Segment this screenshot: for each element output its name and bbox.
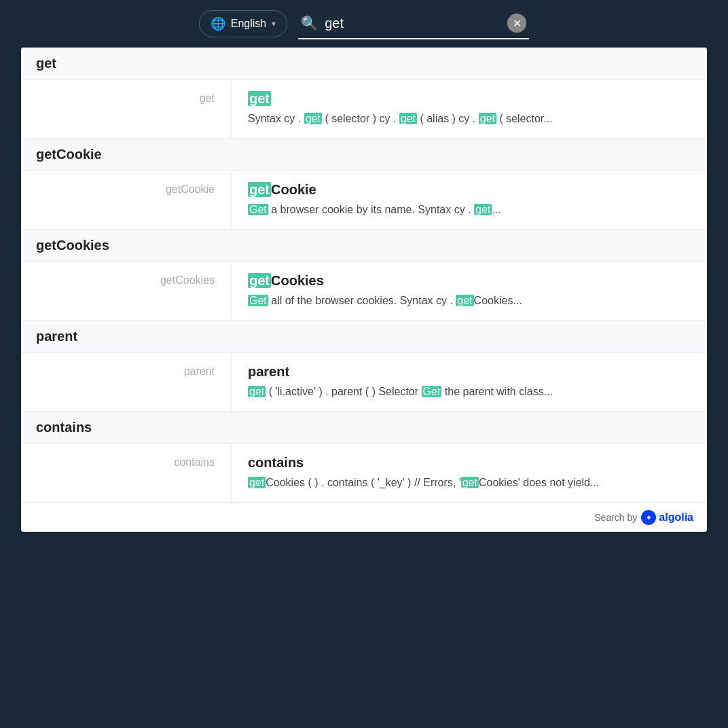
top-bar: 🌐 English ▾ 🔍 ✕: [0, 0, 728, 48]
highlight-get-contains2: get: [461, 477, 479, 488]
highlight-get-cookie: get: [248, 182, 271, 197]
highlight-get: get: [248, 91, 271, 106]
highlight-get-cookies: get: [248, 273, 271, 288]
result-content-getcookies: getCookies Get all of the browser cookie…: [232, 262, 707, 320]
search-icon: 🔍: [301, 15, 318, 31]
highlight-Get2: Get: [248, 295, 268, 306]
search-footer: Search by ⌖ algolia: [21, 503, 707, 532]
chevron-down-icon: ▾: [272, 19, 276, 29]
section-header-get: get: [21, 48, 707, 80]
section-header-parent: parent: [21, 321, 707, 353]
search-results-dropdown: get get get Syntax cy . get ( selector )…: [21, 48, 707, 532]
result-content-contains: contains getCookies ( ) . contains ( '_k…: [232, 444, 707, 502]
language-label: English: [231, 18, 266, 30]
result-desc-getcookie: Get a browser cookie by its name. Syntax…: [248, 202, 691, 218]
clear-button[interactable]: ✕: [507, 14, 526, 33]
result-label-get: get: [21, 80, 232, 138]
result-label-getcookies: getCookies: [21, 262, 232, 320]
highlight-2: get: [399, 113, 417, 124]
result-title-get: get: [248, 91, 691, 107]
result-desc-getcookies: Get all of the browser cookies. Syntax c…: [248, 293, 691, 309]
highlight-get-parent: get: [248, 386, 266, 397]
result-row-get[interactable]: get get Syntax cy . get ( selector ) cy …: [21, 80, 707, 139]
globe-icon: 🌐: [211, 16, 225, 31]
section-header-getcookie: getCookie: [21, 139, 707, 171]
result-title-getcookies: getCookies: [248, 273, 691, 289]
highlight-3: get: [479, 113, 496, 124]
algolia-icon: ⌖: [641, 510, 656, 525]
language-selector[interactable]: 🌐 English ▾: [199, 10, 287, 37]
search-by-label: Search by: [594, 512, 637, 523]
result-content-get: get Syntax cy . get ( selector ) cy . ge…: [232, 80, 707, 138]
highlight-Get: Get: [248, 204, 268, 215]
result-label-contains: contains: [21, 444, 232, 502]
result-desc-parent: get ( 'li.active' ) . parent ( ) Selecto…: [248, 384, 691, 400]
highlight-1: get: [304, 113, 322, 124]
highlight-get3: get: [456, 295, 473, 306]
search-bar: 🔍 ✕: [298, 8, 529, 39]
result-desc-get: Syntax cy . get ( selector ) cy . get ( …: [248, 111, 691, 127]
result-label-getcookie: getCookie: [21, 171, 232, 229]
highlight-Get-parent: Get: [422, 386, 442, 397]
search-input[interactable]: [325, 16, 500, 31]
result-row-getcookie[interactable]: getCookie getCookie Get a browser cookie…: [21, 171, 707, 230]
result-content-getcookie: getCookie Get a browser cookie by its na…: [232, 171, 707, 229]
highlight-get2: get: [474, 204, 492, 215]
result-row-contains[interactable]: contains contains getCookies ( ) . conta…: [21, 444, 707, 503]
result-title-parent: parent: [248, 364, 691, 380]
result-desc-contains: getCookies ( ) . contains ( '_key' ) // …: [248, 475, 691, 491]
result-title-getcookie: getCookie: [248, 182, 691, 198]
result-label-parent: parent: [21, 353, 232, 411]
section-header-getcookies: getCookies: [21, 230, 707, 262]
algolia-logo: ⌖ algolia: [641, 510, 693, 525]
result-row-parent[interactable]: parent parent get ( 'li.active' ) . pare…: [21, 353, 707, 412]
algolia-label: algolia: [659, 511, 693, 524]
section-header-contains: contains: [21, 412, 707, 444]
result-title-contains: contains: [248, 455, 691, 471]
result-row-getcookies[interactable]: getCookies getCookies Get all of the bro…: [21, 262, 707, 321]
result-content-parent: parent get ( 'li.active' ) . parent ( ) …: [232, 353, 707, 411]
highlight-get-contains: get: [248, 477, 266, 488]
